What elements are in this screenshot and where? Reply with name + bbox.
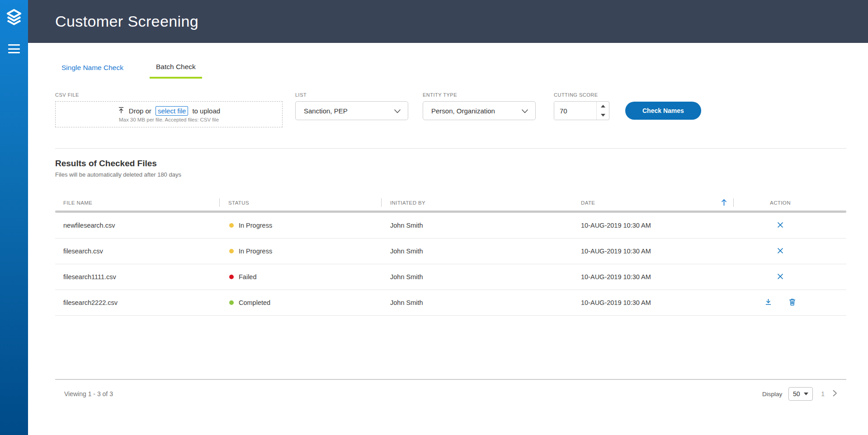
list-field: LIST Sanction, PEP [295, 92, 408, 120]
download-button[interactable] [764, 298, 773, 308]
action-cell [733, 247, 845, 256]
delete-button[interactable] [788, 298, 797, 308]
date-header-label: DATE [581, 200, 595, 206]
chevron-down-icon [394, 107, 401, 115]
action-cell [733, 272, 845, 282]
sidebar [0, 0, 28, 435]
customer-screening-page: Customer Screening Single Name Check Bat… [0, 0, 868, 435]
viewing-summary: Viewing 1 - 3 of 3 [64, 390, 113, 398]
csv-file-field: CSV FILE Drop or select fil [55, 92, 283, 127]
chevron-right-icon [833, 390, 837, 398]
status-cell: In Progress [219, 222, 381, 229]
status-dot [229, 300, 234, 305]
table-footer: Viewing 1 - 3 of 3 Display 50 1 [55, 387, 846, 401]
menu-icon-bar [8, 52, 20, 53]
cancel-button[interactable] [776, 272, 784, 282]
tab-batch-check[interactable]: Batch Check [150, 63, 202, 79]
initiated-by-cell: John Smith [381, 248, 572, 255]
entity-type-select[interactable]: Person, Organization [423, 101, 536, 120]
action-cell [733, 221, 845, 230]
file-name-cell: filesearch1111.csv [55, 273, 219, 281]
table-row: newfilesearch.csv In Progress John Smith… [55, 213, 846, 239]
next-page-button[interactable] [833, 390, 837, 398]
initiated-by-cell: John Smith [381, 222, 572, 229]
upload-icon [118, 107, 125, 115]
results-subtitle: Files will be automatically deleted afte… [55, 171, 846, 178]
file-dropzone[interactable]: Drop or select file to upload Max 30 MB … [55, 101, 283, 127]
file-name-cell: filesearch.csv [55, 248, 219, 255]
drop-text-suffix: to upload [192, 107, 220, 115]
entity-type-selected-value: Person, Organization [431, 107, 495, 115]
display-label: Display [762, 391, 782, 398]
table-header-row: FILE NAME STATUS INITIATED BY DATE ACTIO… [55, 196, 846, 210]
pagination-controls: Display 50 1 [762, 387, 837, 401]
menu-icon [8, 44, 20, 46]
menu-button[interactable] [8, 44, 20, 53]
tab-bar: Single Name Check Batch Check [55, 63, 846, 79]
select-file-link[interactable]: select file [156, 106, 189, 116]
page-title: Customer Screening [55, 13, 198, 30]
download-icon [765, 299, 772, 307]
status-label: In Progress [239, 248, 272, 255]
status-dot [229, 223, 234, 228]
table-row: filesearch2222.csv Completed John Smith … [55, 290, 846, 316]
list-selected-value: Sanction, PEP [304, 107, 348, 115]
date-cell: 10-AUG-2019 10:30 AM [572, 222, 733, 229]
initiated-by-cell: John Smith [381, 273, 572, 281]
status-dot [229, 275, 234, 279]
cancel-icon [777, 222, 783, 229]
batch-check-form: CSV FILE Drop or select fil [55, 92, 846, 127]
drop-text-prefix: Drop or [129, 107, 151, 115]
column-header-file-name: FILE NAME [55, 196, 219, 210]
entity-type-field: ENTITY TYPE Person, Organization [423, 92, 536, 120]
date-cell: 10-AUG-2019 10:30 AM [572, 248, 733, 255]
cutting-score-input[interactable] [554, 102, 596, 120]
spinner-down-icon [601, 114, 605, 117]
date-cell: 10-AUG-2019 10:30 AM [572, 273, 733, 281]
file-name-cell: filesearch2222.csv [55, 299, 219, 306]
table-row: filesearch1111.csv Failed John Smith 10-… [55, 264, 846, 290]
column-header-action: ACTION [733, 196, 845, 210]
list-label: LIST [295, 92, 408, 98]
file-name-cell: newfilesearch.csv [55, 222, 219, 229]
cancel-button[interactable] [776, 221, 784, 230]
dropzone-hint: Max 30 MB per file. Accepted files: CSV … [119, 117, 219, 122]
status-cell: Failed [219, 273, 381, 281]
cancel-button[interactable] [776, 247, 784, 256]
table-row: filesearch.csv In Progress John Smith 10… [55, 239, 846, 264]
column-header-status: STATUS [219, 196, 381, 210]
status-label: In Progress [239, 222, 272, 229]
status-label: Failed [239, 273, 257, 281]
entity-type-label: ENTITY TYPE [423, 92, 536, 98]
initiated-by-cell: John Smith [381, 299, 572, 306]
cutting-score-field: CUTTING SCORE [554, 92, 609, 120]
display-count-select[interactable]: 50 [788, 387, 813, 401]
date-cell: 10-AUG-2019 10:30 AM [572, 299, 733, 306]
trash-icon [789, 299, 796, 307]
app-logo [5, 9, 23, 30]
cancel-icon [777, 248, 783, 255]
column-header-date[interactable]: DATE [572, 196, 733, 210]
score-spinner [596, 102, 609, 120]
cutting-score-label: CUTTING SCORE [554, 92, 609, 98]
chevron-down-icon [522, 107, 528, 115]
csv-file-label: CSV FILE [55, 92, 283, 98]
status-cell: In Progress [219, 248, 381, 255]
menu-icon-bar [8, 48, 20, 50]
status-label: Completed [239, 299, 270, 306]
results-table: FILE NAME STATUS INITIATED BY DATE ACTIO… [55, 196, 846, 316]
check-names-button[interactable]: Check Names [625, 102, 701, 120]
section-divider [55, 148, 846, 149]
app-header: Customer Screening [28, 0, 868, 43]
action-cell [733, 298, 845, 308]
page-number-button[interactable]: 1 [819, 390, 826, 398]
spinner-up-button[interactable] [597, 102, 609, 111]
spinner-down-button[interactable] [597, 111, 609, 120]
list-select[interactable]: Sanction, PEP [295, 101, 408, 120]
sort-ascending-icon [721, 199, 727, 207]
tab-single-name-check[interactable]: Single Name Check [55, 63, 130, 79]
results-title: Results of Checked Files [55, 159, 846, 168]
footer-divider [55, 379, 846, 380]
display-count-value: 50 [793, 390, 800, 398]
column-header-initiated-by: INITIATED BY [381, 196, 572, 210]
